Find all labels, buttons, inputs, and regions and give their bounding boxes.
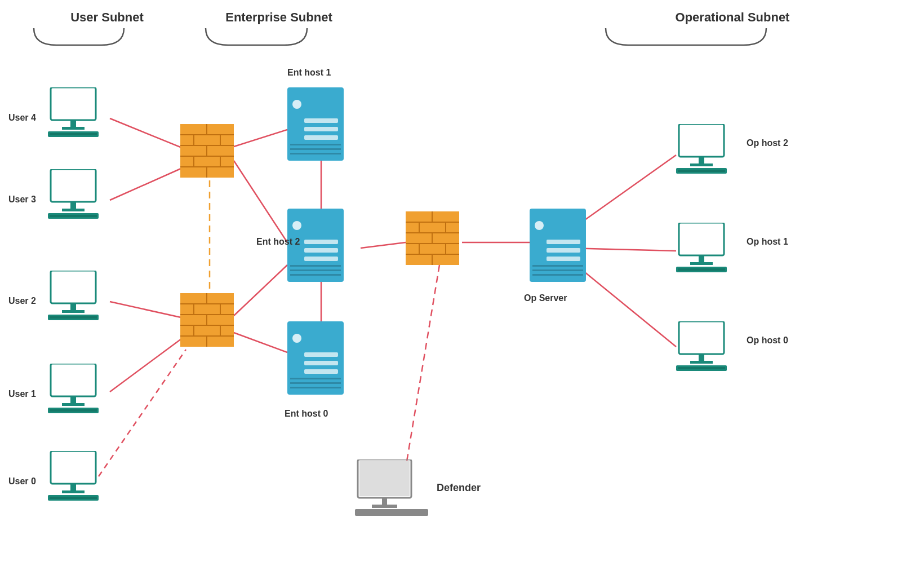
firewall3-node [406,211,459,267]
svg-rect-36 [62,310,85,313]
svg-rect-23 [50,132,97,136]
ophost1-label: Op host 1 [747,237,788,247]
svg-rect-140 [676,365,727,371]
svg-rect-30 [48,213,99,219]
user4-node [45,87,110,140]
operational-subnet-label: Operational Subnet [597,10,868,25]
svg-rect-89 [304,248,338,253]
svg-rect-28 [70,202,76,209]
svg-rect-19 [52,89,94,118]
svg-rect-50 [62,490,85,493]
svg-rect-82 [304,135,338,140]
svg-line-0 [110,118,186,149]
defender-label: Defender [437,482,481,494]
svg-rect-131 [699,255,704,262]
svg-rect-37 [48,315,99,320]
ophost0-label: Op host 0 [747,335,788,346]
svg-rect-120 [532,269,583,271]
svg-point-95 [292,334,301,343]
user2-node [45,271,110,324]
network-diagram: User Subnet Enterprise Subnet Operationa… [0,0,924,579]
svg-point-79 [292,100,301,109]
svg-rect-27 [52,171,94,200]
user2-label: User 2 [8,296,36,306]
user3-node [45,169,110,222]
firewall2-node [180,293,234,349]
opserver-node [527,209,589,293]
svg-rect-93 [290,274,341,276]
svg-point-87 [292,221,301,230]
user4-label: User 4 [8,113,36,123]
svg-rect-41 [52,365,94,395]
svg-rect-121 [532,274,583,276]
ophost1-node [673,223,738,276]
svg-rect-43 [62,403,85,406]
svg-rect-96 [304,352,338,357]
svg-rect-125 [690,163,713,166]
svg-rect-101 [290,387,341,388]
svg-rect-97 [304,361,338,365]
svg-rect-91 [290,265,341,267]
ophost2-node [673,124,738,177]
svg-rect-100 [290,382,341,384]
enthost1-node [285,87,346,171]
enthost0-node [285,321,346,405]
svg-rect-147 [355,509,428,516]
svg-rect-92 [290,269,341,271]
svg-rect-98 [304,369,338,374]
user0-node [45,451,110,504]
opserver-label: Op Server [524,293,567,303]
svg-rect-80 [304,118,338,123]
enthost2-node [285,209,346,293]
svg-line-2 [110,302,186,319]
svg-rect-88 [304,240,338,244]
svg-line-12 [361,242,406,248]
svg-rect-132 [690,262,713,265]
svg-rect-85 [290,153,341,154]
enthost2-label: Ent host 2 [256,237,300,247]
enthost0-label: Ent host 0 [285,409,328,419]
svg-rect-117 [547,248,580,253]
user0-label: User 0 [8,476,36,487]
user1-label: User 1 [8,389,36,399]
svg-line-13 [406,265,439,468]
svg-rect-35 [70,303,76,310]
svg-rect-21 [62,127,85,130]
svg-rect-146 [372,505,397,508]
svg-rect-130 [681,224,722,254]
svg-rect-84 [290,148,341,150]
svg-point-115 [535,221,544,230]
svg-rect-81 [304,127,338,131]
user3-label: User 3 [8,195,36,205]
svg-rect-124 [699,157,704,163]
svg-rect-118 [547,257,580,261]
svg-rect-20 [70,120,76,127]
svg-rect-51 [48,495,99,501]
svg-rect-44 [48,408,99,413]
enthost1-label: Ent host 1 [287,68,331,78]
svg-rect-99 [290,378,341,379]
svg-rect-29 [62,209,85,211]
firewall1-node [180,124,234,180]
svg-rect-138 [699,354,704,361]
svg-rect-133 [676,267,727,272]
svg-rect-126 [676,168,727,174]
enterprise-subnet-label: Enterprise Subnet [200,10,358,25]
svg-line-1 [110,166,186,200]
ophost0-node [673,321,738,374]
svg-line-5 [234,130,287,147]
svg-rect-49 [70,484,76,490]
svg-line-6 [234,161,287,242]
svg-rect-123 [681,126,722,155]
user1-node [45,364,110,417]
svg-rect-83 [290,144,341,145]
svg-rect-139 [690,361,713,364]
svg-rect-144 [359,461,410,496]
svg-rect-119 [532,265,583,267]
svg-line-8 [234,333,287,352]
svg-rect-145 [382,498,387,505]
defender-node [355,459,428,518]
svg-line-7 [234,265,287,316]
svg-line-4 [99,350,186,476]
svg-rect-90 [304,257,338,261]
